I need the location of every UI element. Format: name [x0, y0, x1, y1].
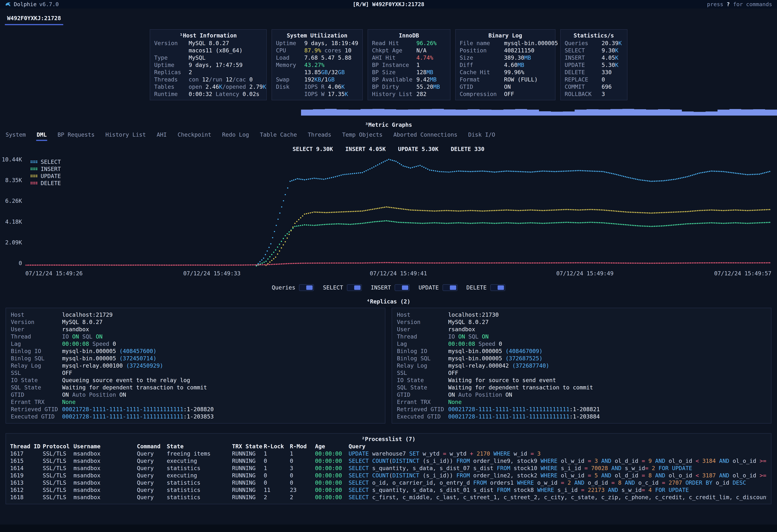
processlist-cell: SSL/TLS — [43, 479, 74, 486]
value-segment: MySQL 8.0.27 — [448, 319, 489, 325]
panel-row-label: Uptime — [154, 61, 189, 69]
panel-binary-log: Binary LogFile namemysql-bin.000005Posit… — [455, 29, 555, 100]
graph-tab-dml[interactable]: DML — [36, 131, 47, 141]
graph-tab-threads[interactable]: Threads — [307, 131, 332, 141]
replica-row: ThreadIO ON SQL ON — [397, 333, 766, 340]
graph-tab-disk-i-o[interactable]: Disk I/O — [468, 131, 495, 141]
dml-chart: 10.44K8.35K6.26K4.18K2.09K0 SELECTINSERT… — [4, 157, 773, 267]
sparkline-bar — [670, 110, 682, 116]
value-segment: ON — [506, 391, 512, 398]
value-segment: 9 days, 17:47:59 — [189, 62, 243, 68]
value-segment: Waiting for source to send event — [448, 377, 556, 383]
graph-tab-bp-requests[interactable]: BP Requests — [57, 131, 95, 141]
sparkline-bar — [717, 110, 730, 116]
panel-row-label: Compression — [460, 91, 504, 98]
panel-row-value: 0 — [602, 76, 605, 83]
switch-insert[interactable] — [395, 284, 410, 291]
panel-row-value: IOPS R 4.06K — [304, 83, 345, 91]
replica-row: Hostlocalhost:21729 — [11, 311, 380, 318]
switch-queries[interactable] — [299, 284, 314, 291]
graph-tab-table-cache[interactable]: Table Cache — [259, 131, 297, 141]
value-segment: Speed — [89, 341, 113, 347]
panel-row: BP Size128MB — [372, 69, 446, 76]
processlist-cell: msandbox — [74, 450, 137, 457]
info-panels: ¹Host InformationVersionMySQL 8.0.27maco… — [0, 29, 777, 100]
graph-tab-aborted-connections[interactable]: Aborted Connections — [393, 131, 458, 141]
panel-title: System Utilization — [276, 32, 358, 39]
graph-tab-history-list[interactable]: History List — [105, 131, 146, 141]
processlist-cell: executing — [167, 457, 232, 464]
switch-label: UPDATE — [419, 284, 439, 291]
processlist-row[interactable]: 1615SSL/TLSmsandboxQueryexecutingRUNNING… — [10, 457, 767, 464]
value-segment: (372687740) — [512, 362, 549, 369]
processlist-row[interactable]: 1619SSL/TLSmsandboxQueryexecutingRUNNING… — [10, 472, 767, 479]
sparkline-bar — [575, 110, 586, 116]
replica-row-label: Host — [397, 311, 448, 318]
switch-select[interactable] — [347, 284, 362, 291]
processlist-row[interactable]: 1617SSL/TLSmsandboxQueryfreeing itemsRUN… — [10, 450, 767, 457]
panel-row-value: 55.20MB — [417, 83, 440, 91]
panel-row: DELETE330 — [565, 69, 623, 76]
panel-row-value: IOPS W 17.35K — [304, 91, 348, 98]
value-segment: 2 — [189, 69, 192, 76]
replica-row-value: IO ON SQL ON — [448, 333, 489, 340]
value-segment: / — [328, 69, 331, 76]
hint-pre: press — [707, 1, 727, 7]
value-segment: 12 — [226, 76, 232, 83]
sparkline-bar — [313, 109, 325, 116]
switch-update[interactable] — [443, 284, 457, 291]
value-segment: ON — [119, 391, 126, 398]
graph-tab-ahi[interactable]: AHI — [156, 131, 167, 141]
graph-tab-checkpoint[interactable]: Checkpoint — [177, 131, 212, 141]
panel-row-value: 20.39K — [602, 39, 622, 47]
value-segment: 96.26% — [417, 40, 437, 46]
replica-row: SQL StateWaiting for dependent transacti… — [11, 384, 380, 391]
panel-row: FormatROW (FULL) — [460, 76, 551, 83]
processlist-title: ²Processlist (7) — [10, 435, 767, 443]
panel-row: SELECT9.30K — [565, 47, 623, 54]
processlist-row[interactable]: 1618SSL/TLSmsandboxQuerystatisticsRUNNIN… — [10, 494, 767, 501]
sparkline-bar — [325, 109, 337, 116]
host-tab[interactable]: W492F0YXKJ:21728 — [5, 14, 63, 25]
value-segment: (372687525) — [506, 355, 543, 362]
app-version: v6.7.0 — [39, 1, 59, 8]
panel-statistics: Statistics/sQueries20.39KSELECT9.30KINSE… — [560, 29, 628, 100]
footer-bar — [0, 525, 777, 532]
graph-tab-temp-objects[interactable]: Temp Objects — [342, 131, 383, 141]
value-segment: GB — [328, 76, 335, 83]
processlist-cell: msandbox — [74, 457, 137, 464]
processlist-row[interactable]: 1613SSL/TLSmsandboxQuerystatisticsRUNNIN… — [10, 479, 767, 486]
value-segment: ON — [458, 333, 465, 340]
sparkline-bar — [527, 110, 539, 116]
replica-row-label: IO State — [11, 377, 62, 384]
graph-tab-redo-log[interactable]: Redo Log — [222, 131, 249, 141]
value-segment: (408457600) — [119, 348, 156, 354]
replica-row-value: mysql-bin.000005 (408457600) — [62, 348, 156, 355]
value-segment: Latency — [212, 91, 243, 97]
processlist-cell: statistics — [167, 464, 232, 472]
x-axis-label: 07/12/24 15:49:33 — [183, 270, 240, 277]
replica-panel-0: Hostlocalhost:21729VersionMySQL 8.0.27Us… — [6, 308, 385, 423]
value-segment: 4.06 — [328, 84, 341, 90]
processlist-row[interactable]: 1612SSL/TLSmsandboxQuerystatisticsRUNNIN… — [10, 486, 767, 494]
processlist-cell: 1612 — [10, 486, 43, 494]
switch-knob — [497, 285, 504, 290]
dolphie-logo-icon — [5, 1, 11, 7]
panel-row: Load7.68 5.47 5.88 — [276, 54, 358, 61]
value-segment: Waiting for dependent transaction to com… — [62, 384, 207, 391]
series-update — [265, 206, 770, 266]
processlist-row[interactable]: 1614SSL/TLSmsandboxQuerystatisticsRUNNIN… — [10, 464, 767, 472]
panel-row-label: REPLACE — [565, 76, 602, 83]
panel-row: Uptime9 days, 18:19:49 — [276, 39, 358, 47]
processlist-cell: 1 — [264, 450, 290, 457]
replica-row-label: Thread — [11, 333, 62, 340]
value-segment: 2.79 — [249, 84, 263, 90]
switch-delete[interactable] — [490, 284, 505, 291]
graph-tab-system[interactable]: System — [5, 131, 26, 141]
sparkline-bar — [705, 112, 717, 116]
panel-row-value: 4.05K — [602, 54, 619, 61]
panel-row-value: 4.60MB — [504, 61, 524, 69]
processlist-cell: 23 — [290, 486, 315, 494]
panel-title: InnoDB — [372, 32, 446, 39]
replica-row-value: MySQL 8.0.27 — [62, 318, 103, 326]
